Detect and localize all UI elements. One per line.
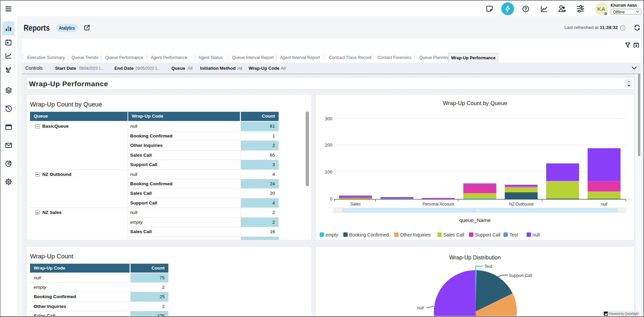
svg-text:Support Call: Support Call	[509, 273, 532, 278]
svg-text:null: null	[417, 306, 424, 310]
svg-text:200: 200	[325, 142, 332, 148]
svg-text:i: i	[622, 26, 623, 30]
svg-text:Test: Test	[484, 264, 492, 269]
svg-text:null: null	[533, 232, 540, 237]
svg-text:Sales Call: Sales Call	[443, 232, 464, 237]
svg-text:Wrap-Up Count by Queue: Wrap-Up Count by Queue	[443, 100, 507, 106]
svg-text:100: 100	[325, 169, 332, 174]
svg-text:empty: empty	[326, 232, 339, 237]
svg-text:queue_Name: queue_Name	[459, 217, 491, 223]
svg-text:Test: Test	[509, 232, 518, 237]
svg-text:Support Call: Support Call	[475, 232, 501, 237]
svg-text:Personal Account: Personal Account	[423, 202, 454, 207]
svg-text:NZ Outbound: NZ Outbound	[509, 202, 533, 207]
svg-text:Sales: Sales	[351, 202, 361, 207]
svg-text:Other Inquiries: Other Inquiries	[400, 232, 431, 237]
svg-text:null: null	[601, 202, 607, 207]
svg-text:0: 0	[330, 196, 332, 201]
svg-text:Booking Confirmed: Booking Confirmed	[349, 232, 389, 237]
svg-text:Wrap-Up Distribution: Wrap-Up Distribution	[449, 254, 501, 260]
svg-text:300: 300	[325, 116, 332, 121]
